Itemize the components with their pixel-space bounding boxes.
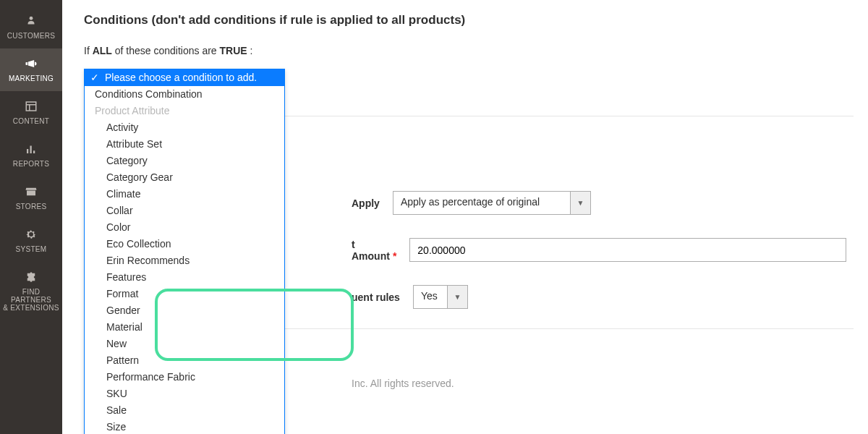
subsequent-rules-select[interactable]: Yes ▼ — [413, 285, 468, 309]
dropdown-option-attr[interactable]: Pattern — [85, 352, 284, 369]
sidebar-item-system[interactable]: SYSTEM — [0, 219, 62, 262]
conditions-rule-line: If ALL of these conditions are TRUE : — [84, 45, 868, 56]
dropdown-option-attr[interactable]: Gender — [85, 302, 284, 319]
dropdown-option-attr[interactable]: Erin Recommends — [85, 252, 284, 269]
discount-amount-label: t Amount* — [352, 239, 396, 262]
sidebar-item-content[interactable]: CONTENT — [0, 91, 62, 134]
dropdown-option-attr[interactable]: Features — [85, 269, 284, 286]
svg-rect-4 — [27, 149, 28, 153]
dropdown-option-attr[interactable]: Category — [85, 153, 284, 169]
dropdown-group-product-attribute: Product Attribute — [85, 103, 284, 119]
sidebar-item-reports[interactable]: REPORTS — [0, 134, 62, 176]
conditions-heading: Conditions (don't add conditions if rule… — [84, 13, 868, 27]
megaphone-icon — [23, 56, 39, 72]
required-indicator: * — [393, 250, 396, 262]
sidebar-label: REPORTS — [13, 160, 49, 168]
svg-rect-1 — [26, 102, 36, 111]
dropdown-option-placeholder[interactable]: Please choose a condition to add. — [85, 69, 284, 86]
svg-rect-6 — [33, 150, 35, 153]
dropdown-option-attr[interactable]: Format — [85, 286, 284, 302]
sidebar-label: STORES — [16, 203, 47, 210]
dropdown-option-attr[interactable]: Activity — [85, 119, 284, 136]
layout-icon — [23, 98, 39, 114]
actions-form: Apply Apply as percentage of original ▼ … — [352, 191, 846, 332]
sidebar-item-stores[interactable]: STORES — [0, 176, 62, 219]
apply-label: Apply — [352, 197, 380, 209]
sidebar-item-customers[interactable]: CUSTOMERS — [0, 6, 62, 48]
puzzle-icon — [23, 269, 39, 285]
dropdown-option-attr[interactable]: Attribute Set — [85, 136, 284, 153]
dropdown-option-attr[interactable]: SKU — [85, 386, 284, 402]
dropdown-option-attr[interactable]: Collar — [85, 203, 284, 219]
person-icon — [23, 13, 39, 29]
dropdown-option-attr[interactable]: Climate — [85, 186, 284, 203]
sidebar-item-partners[interactable]: FIND PARTNERS & EXTENSIONS — [0, 262, 62, 320]
sidebar-label: CUSTOMERS — [7, 32, 55, 40]
gear-icon — [23, 226, 39, 242]
admin-sidebar: CUSTOMERS MARKETING CONTENT REPORTS STOR… — [0, 0, 62, 434]
svg-point-0 — [30, 17, 33, 20]
sidebar-label: CONTENT — [13, 117, 49, 125]
dropdown-option-attr[interactable]: Sale — [85, 402, 284, 419]
subsequent-rules-value: Yes — [413, 285, 448, 309]
conditions-value[interactable]: TRUE — [220, 45, 247, 56]
subsequent-rules-label: uent rules — [352, 292, 400, 303]
discount-amount-input[interactable] — [409, 238, 846, 262]
dropdown-option-attr[interactable]: Size — [85, 419, 284, 434]
dropdown-option-attr[interactable]: New — [85, 336, 284, 352]
sidebar-item-marketing[interactable]: MARKETING — [0, 48, 62, 91]
dropdown-option-attr[interactable]: Color — [85, 219, 284, 236]
chevron-down-icon[interactable]: ▼ — [571, 191, 591, 215]
dropdown-option-attr[interactable]: Category Gear — [85, 169, 284, 186]
bar-chart-icon — [23, 141, 39, 157]
footer-copyright: Inc. All rights reserved. — [352, 378, 454, 389]
dropdown-option-attr[interactable]: Eco Collection — [85, 236, 284, 252]
apply-select-value: Apply as percentage of original — [393, 191, 571, 215]
conditions-aggregator[interactable]: ALL — [93, 45, 112, 56]
dropdown-option-attr[interactable]: Material — [85, 319, 284, 336]
sidebar-label: MARKETING — [9, 75, 54, 82]
apply-select[interactable]: Apply as percentage of original ▼ — [393, 191, 591, 215]
chevron-down-icon[interactable]: ▼ — [448, 285, 468, 309]
sidebar-label: SYSTEM — [16, 245, 47, 253]
condition-add-dropdown[interactable]: Please choose a condition to add. Condit… — [84, 69, 285, 434]
dropdown-option-combination[interactable]: Conditions Combination — [85, 86, 284, 103]
main-content: Conditions (don't add conditions if rule… — [62, 0, 868, 434]
svg-rect-5 — [30, 146, 32, 154]
dropdown-option-attr[interactable]: Performance Fabric — [85, 369, 284, 386]
sidebar-label: FIND PARTNERS & EXTENSIONS — [3, 288, 59, 312]
storefront-icon — [23, 184, 39, 200]
